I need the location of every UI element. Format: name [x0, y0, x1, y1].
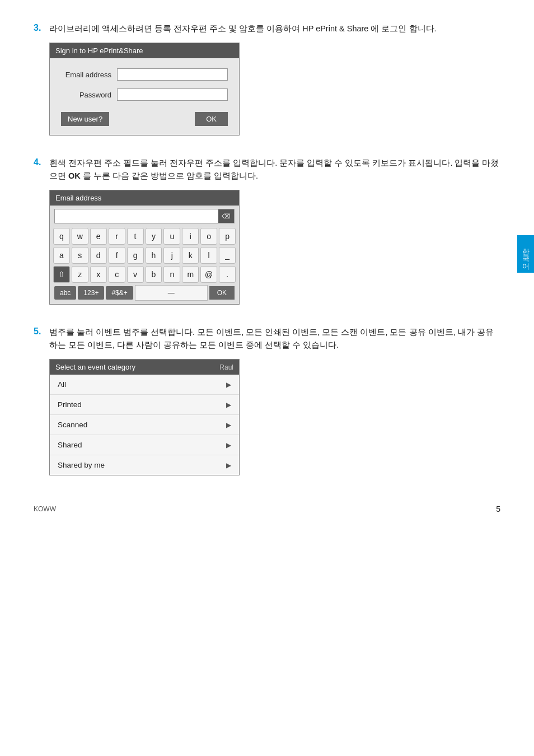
key-f[interactable]: f — [109, 247, 125, 264]
step-5-content: 범주를 눌러 이벤트 범주를 선택합니다. 모든 이벤트, 모든 인쇄된 이벤트… — [49, 326, 500, 481]
step-4: 4. 흰색 전자우편 주소 필드를 눌러 전자우편 주소를 입력합니다. 문자를… — [34, 157, 500, 310]
email-label: Email address — [61, 71, 111, 79]
event-title-bar: Select an event category Raul — [50, 360, 239, 375]
password-input[interactable] — [117, 88, 228, 101]
event-item-shared[interactable]: Shared ▶ — [50, 435, 239, 455]
key-c[interactable]: c — [109, 266, 125, 283]
123-button[interactable]: 123+ — [78, 286, 104, 300]
keyboard-input-row: ⌫ — [54, 209, 235, 223]
event-title-right: Raul — [219, 363, 233, 371]
step-5: 5. 범주를 눌러 이벤트 범주를 선택합니다. 모든 이벤트, 모든 인쇄된 … — [34, 326, 500, 481]
key-dot[interactable]: . — [219, 266, 236, 283]
abc-button[interactable]: abc — [54, 286, 76, 300]
key-o[interactable]: o — [200, 228, 217, 245]
event-arrow-shared: ▶ — [226, 441, 231, 449]
key-n[interactable]: n — [163, 266, 180, 283]
key-j[interactable]: j — [163, 247, 180, 264]
signin-body: Email address Password New user? OK — [50, 58, 239, 135]
step-3-number: 3. — [34, 23, 49, 33]
key-v[interactable]: v — [127, 266, 144, 283]
signin-buttons: New user? OK — [61, 109, 228, 128]
event-dialog-title: Select an event category — [55, 363, 135, 371]
keyboard-ok-button[interactable]: OK — [209, 286, 235, 300]
key-t[interactable]: t — [127, 228, 144, 245]
password-label: Password — [61, 91, 111, 99]
space-key[interactable]: — — [135, 285, 208, 301]
event-arrow-all: ▶ — [226, 381, 231, 389]
key-d[interactable]: d — [90, 247, 107, 264]
email-input[interactable] — [117, 68, 228, 81]
event-arrow-shared-by-me: ▶ — [226, 461, 231, 469]
key-i[interactable]: i — [182, 228, 199, 245]
key-b[interactable]: b — [146, 266, 162, 283]
keyboard-title: Email address — [50, 190, 239, 206]
step-3: 3. 라이브러리에 액세스하려면 등록 전자우편 주소 및 암호를 이용하여 H… — [34, 22, 500, 141]
event-label-shared-by-me: Shared by me — [58, 461, 105, 469]
event-dialog: Select an event category Raul All ▶ Prin… — [49, 359, 240, 475]
event-item-shared-by-me[interactable]: Shared by me ▶ — [50, 455, 239, 475]
event-label-shared: Shared — [58, 441, 82, 449]
key-k[interactable]: k — [182, 247, 199, 264]
key-q[interactable]: q — [53, 228, 70, 245]
step-4-text: 흰색 전자우편 주소 필드를 눌러 전자우편 주소를 입력합니다. 문자를 입력… — [49, 157, 500, 182]
key-h[interactable]: h — [146, 247, 162, 264]
page: 3. 라이브러리에 액세스하려면 등록 전자우편 주소 및 암호를 이용하여 H… — [0, 0, 534, 530]
page-number: 5 — [496, 505, 500, 514]
keyboard-keys: q w e r t y u i o p a s d — [50, 226, 239, 304]
step-5-number: 5. — [34, 326, 49, 337]
signin-ok-button[interactable]: OK — [195, 112, 228, 126]
event-label-all: All — [58, 380, 66, 389]
step-4-text-part2: 를 누른 다음 같은 방법으로 암호를 입력합니다. — [81, 171, 258, 180]
event-item-all[interactable]: All ▶ — [50, 375, 239, 395]
signin-dialog: Sign in to HP ePrint&Share Email address… — [49, 43, 240, 136]
key-row-2: a s d f g h j k l _ — [53, 247, 236, 264]
event-label-printed: Printed — [58, 400, 82, 409]
step-4-content: 흰색 전자우편 주소 필드를 눌러 전자우편 주소를 입력합니다. 문자를 입력… — [49, 157, 500, 310]
keyboard-input[interactable] — [55, 215, 218, 217]
event-item-printed[interactable]: Printed ▶ — [50, 395, 239, 415]
key-bottom-row: abc 123+ #$&+ — OK — [53, 285, 236, 301]
key-at[interactable]: @ — [200, 266, 217, 283]
event-arrow-scanned: ▶ — [226, 421, 231, 429]
key-z[interactable]: z — [72, 266, 88, 283]
key-r[interactable]: r — [109, 228, 125, 245]
sidebar-tab[interactable]: 한국어 — [517, 235, 534, 273]
key-row-1: q w e r t y u i o p — [53, 228, 236, 245]
page-footer: KOWW 5 — [0, 505, 534, 514]
key-p[interactable]: p — [219, 228, 236, 245]
password-field-row: Password — [61, 88, 228, 101]
key-g[interactable]: g — [127, 247, 144, 264]
key-underscore[interactable]: _ — [219, 247, 236, 264]
signin-title: Sign in to HP ePrint&Share — [50, 43, 239, 58]
key-u[interactable]: u — [163, 228, 180, 245]
event-arrow-printed: ▶ — [226, 401, 231, 409]
new-user-button[interactable]: New user? — [61, 112, 109, 126]
step-4-number: 4. — [34, 157, 49, 167]
key-m[interactable]: m — [182, 266, 199, 283]
shift-key[interactable]: ⇧ — [53, 266, 70, 283]
step-3-content: 라이브러리에 액세스하려면 등록 전자우편 주소 및 암호를 이용하여 HP e… — [49, 22, 500, 141]
keyboard-dialog: Email address ⌫ q w e r t y u i o — [49, 190, 240, 305]
event-item-scanned[interactable]: Scanned ▶ — [50, 415, 239, 435]
backspace-button[interactable]: ⌫ — [218, 209, 234, 223]
key-row-3: ⇧ z x c v b n m @ . — [53, 266, 236, 283]
key-a[interactable]: a — [53, 247, 70, 264]
step-5-text: 범주를 눌러 이벤트 범주를 선택합니다. 모든 이벤트, 모든 인쇄된 이벤트… — [49, 326, 500, 351]
step-4-text-bold: OK — [68, 171, 81, 180]
key-s[interactable]: s — [72, 247, 88, 264]
special-button[interactable]: #$&+ — [106, 286, 133, 300]
event-label-scanned: Scanned — [58, 421, 87, 429]
key-y[interactable]: y — [146, 228, 162, 245]
key-e[interactable]: e — [90, 228, 107, 245]
footer-left: KOWW — [34, 505, 56, 513]
key-x[interactable]: x — [90, 266, 107, 283]
key-w[interactable]: w — [72, 228, 88, 245]
key-l[interactable]: l — [200, 247, 217, 264]
email-field-row: Email address — [61, 68, 228, 81]
step-3-text: 라이브러리에 액세스하려면 등록 전자우편 주소 및 암호를 이용하여 HP e… — [49, 22, 500, 35]
